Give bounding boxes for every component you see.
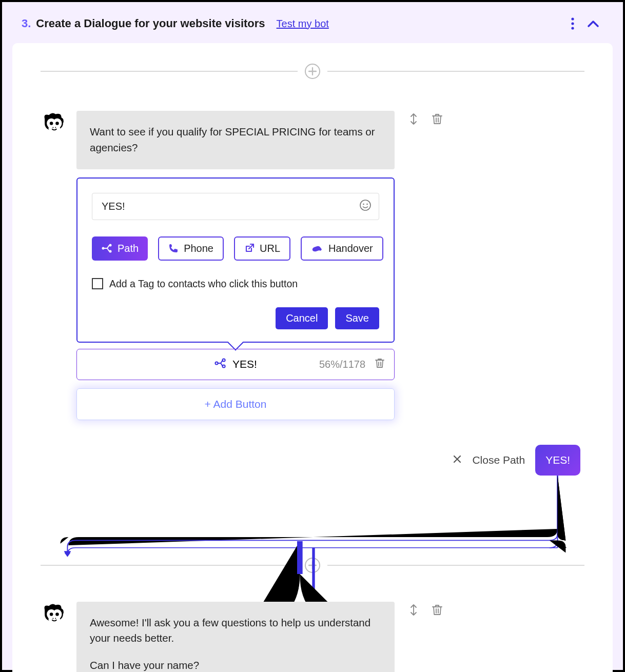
editor-pointer-notch (227, 334, 243, 350)
action-label: URL (260, 243, 280, 254)
path-pill-label: YES! (545, 454, 570, 466)
add-tag-checkbox[interactable] (92, 278, 103, 289)
message-side-actions (407, 113, 443, 125)
external-link-icon (244, 243, 255, 253)
svg-point-13 (102, 247, 105, 250)
bot-avatar-icon (41, 602, 67, 628)
test-my-bot-link[interactable]: Test my bot (277, 18, 329, 30)
button-stats: 56%/1178 (319, 359, 365, 370)
action-phone-button[interactable]: Phone (158, 236, 224, 261)
button-editor: Path Phone URL (76, 177, 395, 343)
path-pill[interactable]: YES! (535, 445, 580, 476)
delete-message-icon[interactable] (431, 604, 443, 616)
action-url-button[interactable]: URL (234, 236, 290, 261)
step-header: 3. Create a Dialogue for your website vi… (12, 2, 613, 43)
svg-point-5 (48, 125, 60, 132)
svg-point-15 (109, 250, 112, 253)
message-text: Want to see if you qualify for SPECIAL P… (90, 126, 375, 153)
svg-point-27 (52, 618, 53, 619)
svg-point-7 (55, 122, 59, 125)
message-text-line: Can I have your name? (90, 658, 381, 672)
button-label-input[interactable] (102, 201, 353, 212)
add-node-button[interactable] (305, 64, 320, 79)
more-menu-icon[interactable] (562, 13, 583, 34)
svg-point-18 (222, 365, 225, 367)
action-label: Phone (184, 243, 213, 254)
svg-point-12 (366, 204, 368, 205)
message-bubble[interactable]: Want to see if you qualify for SPECIAL P… (76, 111, 395, 169)
step-number: 3. (22, 17, 31, 30)
svg-point-25 (50, 612, 53, 616)
divider-line (327, 71, 584, 72)
svg-point-24 (48, 616, 60, 622)
action-label: Handover (328, 243, 373, 254)
action-path-button[interactable]: Path (92, 236, 148, 261)
path-connector (38, 476, 587, 558)
svg-point-0 (571, 17, 574, 20)
action-label: Path (118, 243, 139, 254)
svg-point-9 (55, 127, 56, 128)
message-text-line: Awesome! I'll ask you a few questions to… (90, 615, 381, 647)
add-button[interactable]: + Add Button (76, 388, 395, 420)
insert-divider-top (41, 64, 584, 79)
phone-icon (168, 243, 179, 253)
svg-point-11 (363, 204, 364, 205)
svg-point-6 (50, 122, 53, 125)
reorder-icon[interactable] (407, 604, 420, 616)
svg-point-17 (222, 359, 225, 361)
svg-point-8 (52, 127, 53, 128)
action-handover-button[interactable]: Handover (301, 236, 383, 261)
collapse-chevron-up-icon[interactable] (583, 13, 603, 34)
add-tag-label: Add a Tag to contacts who click this but… (109, 278, 298, 290)
action-type-row: Path Phone URL (92, 236, 379, 261)
button-label-field (92, 193, 379, 220)
svg-point-26 (55, 612, 59, 616)
delete-button-icon[interactable] (375, 358, 385, 371)
emoji-picker-icon[interactable] (359, 199, 372, 213)
message-side-actions (407, 604, 443, 616)
bot-message: Awesome! I'll ask you a few questions to… (41, 602, 584, 673)
svg-point-28 (55, 618, 56, 619)
delete-message-icon[interactable] (431, 113, 443, 125)
path-icon (101, 244, 112, 253)
message-bubble[interactable]: Awesome! I'll ask you a few questions to… (76, 602, 395, 673)
close-path-x-icon[interactable] (453, 454, 462, 466)
bot-message: Want to see if you qualify for SPECIAL P… (41, 111, 584, 420)
svg-point-10 (360, 200, 370, 210)
step-title: Create a Dialogue for your website visit… (36, 17, 265, 30)
button-label: YES! (232, 358, 257, 370)
path-icon (214, 358, 226, 371)
close-path-label: Close Path (472, 454, 525, 466)
reorder-icon[interactable] (407, 113, 420, 125)
tag-checkbox-row: Add a Tag to contacts who click this but… (92, 278, 379, 290)
save-button[interactable]: Save (335, 307, 379, 329)
handover-icon (311, 244, 323, 252)
cancel-button[interactable]: Cancel (276, 307, 328, 329)
svg-point-2 (571, 27, 574, 29)
svg-point-16 (215, 362, 218, 364)
button-list-item[interactable]: YES! 56%/1178 (76, 349, 395, 380)
svg-point-14 (109, 244, 112, 247)
bot-avatar-icon (41, 111, 67, 137)
add-button-label: + Add Button (205, 398, 267, 410)
divider-line (41, 71, 298, 72)
dialogue-card: Want to see if you qualify for SPECIAL P… (12, 43, 613, 672)
close-path-row: Close Path YES! (41, 445, 584, 476)
editor-save-bar: Cancel Save (92, 307, 379, 329)
svg-point-1 (571, 22, 574, 25)
